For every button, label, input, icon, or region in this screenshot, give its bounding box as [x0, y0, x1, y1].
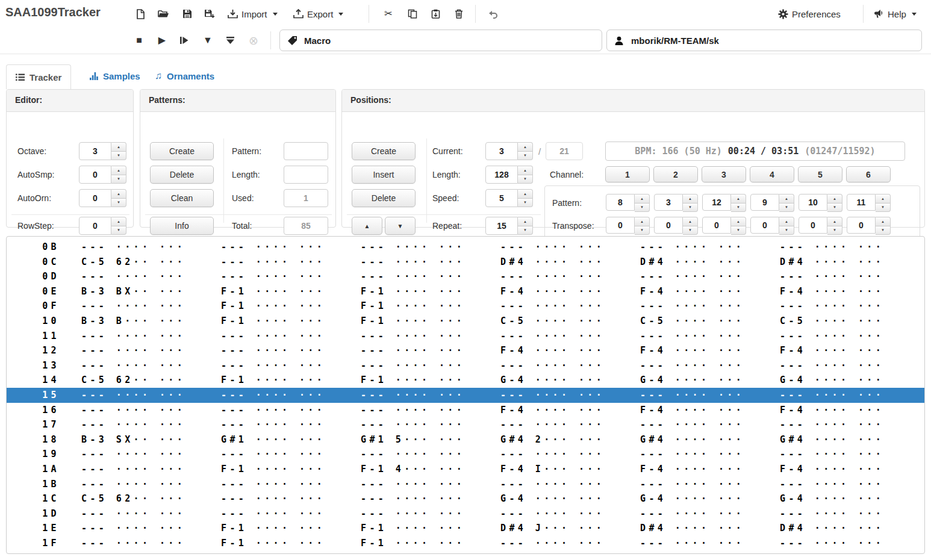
channel-5-cell[interactable]: --- ···· ··· — [640, 536, 746, 551]
position-length-spinner-up[interactable]: ▲ — [518, 166, 533, 175]
channel-1-cell[interactable]: --- ···· ··· — [81, 462, 187, 477]
pattern-ch1-spinner-down[interactable]: ▼ — [635, 204, 650, 213]
channel-5-cell[interactable]: --- ···· ··· — [640, 388, 746, 403]
position-create-button[interactable]: Create — [352, 142, 416, 160]
channel-2-cell[interactable]: --- ···· ··· — [221, 255, 326, 270]
channel-2-cell[interactable]: --- ···· ··· — [221, 403, 326, 418]
channel-2-cell[interactable]: --- ···· ··· — [221, 388, 326, 403]
channel-2-cell[interactable]: --- ···· ··· — [221, 269, 326, 284]
channel-6-cell[interactable]: --- ···· ··· — [780, 329, 885, 344]
channel-4-cell[interactable]: F-4 ···· ··· — [500, 403, 606, 418]
channel-2-cell[interactable]: F-1 ···· ··· — [221, 299, 326, 314]
position-insert-button[interactable]: Insert — [352, 166, 416, 184]
tracker-row-0C[interactable]: 0CC-5 62·· ···--- ···· ···--- ···· ···D#… — [7, 255, 924, 270]
transpose-ch2-spinner-down[interactable]: ▼ — [683, 226, 698, 235]
channel-1-cell[interactable]: --- ···· ··· — [81, 506, 187, 521]
channel-6-cell[interactable]: --- ···· ··· — [780, 358, 885, 373]
pattern-ch1-spinner-up[interactable]: ▲ — [635, 194, 650, 204]
pattern-ch6-spinner-value[interactable]: 11 — [847, 194, 876, 211]
channel-2-button[interactable]: 2 — [653, 166, 698, 182]
channel-1-cell[interactable]: --- ···· ··· — [81, 299, 187, 314]
position-length-spinner-down[interactable]: ▼ — [518, 175, 533, 184]
channel-3-cell[interactable]: --- ···· ··· — [361, 388, 466, 403]
tab-tracker[interactable]: Tracker — [6, 64, 71, 89]
channel-1-cell[interactable]: --- ···· ··· — [81, 269, 187, 284]
tracker-row-16[interactable]: 16--- ···· ···--- ···· ···--- ···· ···F-… — [7, 403, 924, 418]
tracker-row-19[interactable]: 19--- ···· ···--- ···· ···--- ···· ···--… — [7, 447, 924, 462]
channel-6-cell[interactable]: F-4 ···· ··· — [780, 403, 885, 418]
pattern-ch3-spinner-down[interactable]: ▼ — [731, 204, 746, 213]
autosmp-spinner-down[interactable]: ▼ — [111, 175, 126, 184]
channel-2-cell[interactable]: --- ···· ··· — [221, 491, 326, 506]
transpose-ch6-spinner-down[interactable]: ▼ — [876, 226, 891, 235]
channel-6-cell[interactable]: --- ···· ··· — [780, 388, 885, 403]
tracker-row-18[interactable]: 18B-3 SX·· ···G#1 ···· ···G#1 5··· ···G#… — [7, 432, 924, 447]
pattern-delete-button[interactable]: Delete — [150, 166, 214, 184]
channel-1-cell[interactable]: B-3 B··· ··· — [81, 314, 187, 329]
pattern-ch5-spinner-value[interactable]: 10 — [799, 194, 827, 211]
channel-1-cell[interactable]: --- ···· ··· — [81, 477, 187, 492]
pattern-ch1-spinner-value[interactable]: 8 — [606, 194, 635, 211]
tracker-row-1F[interactable]: 1F--- ···· ···F-1 ···· ···F-1 ···· ···--… — [7, 536, 924, 551]
play-position-button[interactable]: ▼ — [199, 31, 217, 49]
channel-6-cell[interactable]: --- ···· ··· — [780, 447, 885, 462]
transpose-ch4-spinner-value[interactable]: 0 — [750, 217, 779, 234]
channel-4-cell[interactable]: D#4 J··· ··· — [500, 521, 606, 536]
channel-6-cell[interactable]: D#4 ···· ··· — [780, 521, 885, 536]
pattern-ch4-spinner-up[interactable]: ▲ — [779, 194, 794, 204]
stop-button[interactable]: ■ — [130, 31, 148, 49]
channel-1-cell[interactable]: --- ···· ··· — [81, 329, 187, 344]
channel-5-cell[interactable]: D#4 ···· ··· — [640, 255, 746, 270]
channel-3-cell[interactable]: --- ···· ··· — [361, 269, 466, 284]
autoorn-spinner-down[interactable]: ▼ — [111, 199, 126, 208]
channel-2-cell[interactable]: F-1 ···· ··· — [221, 314, 326, 329]
channel-4-button[interactable]: 4 — [750, 166, 794, 182]
channel-5-cell[interactable]: F-4 ···· ··· — [640, 462, 746, 477]
channel-3-cell[interactable]: --- ···· ··· — [361, 447, 466, 462]
channel-2-cell[interactable]: F-1 ···· ··· — [221, 284, 326, 299]
channel-5-cell[interactable]: --- ···· ··· — [640, 269, 746, 284]
cut-button[interactable]: ✂ — [379, 5, 397, 23]
channel-6-button[interactable]: 6 — [846, 166, 891, 182]
channel-1-cell[interactable]: --- ···· ··· — [81, 536, 187, 551]
tracker-row-13[interactable]: 13--- ···· ···--- ···· ···--- ···· ···--… — [7, 358, 924, 373]
octave-spinner-up[interactable]: ▲ — [111, 142, 126, 152]
channel-4-cell[interactable]: --- ···· ··· — [500, 388, 606, 403]
transpose-ch3-spinner-value[interactable]: 0 — [702, 217, 731, 234]
channel-3-cell[interactable]: --- ···· ··· — [361, 255, 466, 270]
channel-5-cell[interactable]: G-4 ···· ··· — [640, 373, 746, 388]
channel-5-cell[interactable]: G#4 ···· ··· — [640, 432, 746, 447]
import-menu-button[interactable]: Import — [228, 5, 278, 23]
position-speed-spinner-up[interactable]: ▲ — [518, 189, 533, 199]
position-move-up-button[interactable]: ▲ — [352, 217, 382, 235]
channel-3-cell[interactable]: G#1 5··· ··· — [361, 432, 466, 447]
pattern-ch2-spinner-up[interactable]: ▲ — [683, 194, 698, 204]
channel-1-cell[interactable]: C-5 62·· ··· — [81, 491, 187, 506]
paste-button[interactable] — [426, 5, 444, 23]
tracker-row-1C[interactable]: 1CC-5 62·· ···--- ···· ···--- ···· ···G-… — [7, 491, 924, 506]
channel-6-cell[interactable]: G#4 ···· ··· — [780, 432, 885, 447]
export-menu-button[interactable]: Export — [293, 5, 343, 23]
channel-4-cell[interactable]: D#4 ···· ··· — [500, 255, 606, 270]
channel-2-cell[interactable]: F-1 ···· ··· — [221, 373, 326, 388]
transpose-ch4-spinner-up[interactable]: ▲ — [779, 217, 794, 226]
channel-4-cell[interactable]: G-4 ···· ··· — [500, 491, 606, 506]
autosmp-spinner-up[interactable]: ▲ — [111, 166, 126, 175]
position-repeat-spinner-value[interactable]: 15 — [485, 217, 518, 235]
pattern-clean-button[interactable]: Clean — [150, 189, 214, 207]
copy-button[interactable] — [403, 5, 422, 23]
pattern-ch3-spinner-up[interactable]: ▲ — [731, 194, 746, 204]
pattern-ch6-spinner-down[interactable]: ▼ — [876, 204, 891, 213]
new-file-button[interactable] — [131, 5, 149, 23]
pattern-number-input[interactable] — [284, 142, 328, 160]
tracker-row-15[interactable]: 15--- ···· ···--- ···· ···--- ···· ···--… — [7, 388, 924, 403]
channel-6-cell[interactable]: F-4 ···· ··· — [780, 343, 885, 358]
channel-1-cell[interactable]: --- ···· ··· — [81, 417, 187, 432]
channel-3-cell[interactable]: F-1 4··· ··· — [361, 462, 466, 477]
channel-6-cell[interactable]: --- ···· ··· — [780, 536, 885, 551]
channel-5-cell[interactable]: G-4 ···· ··· — [640, 491, 746, 506]
transpose-ch1-spinner-up[interactable]: ▲ — [635, 217, 650, 226]
channel-4-cell[interactable]: G-4 ···· ··· — [500, 373, 606, 388]
channel-4-cell[interactable]: --- ···· ··· — [500, 269, 606, 284]
channel-1-cell[interactable]: --- ···· ··· — [81, 343, 187, 358]
